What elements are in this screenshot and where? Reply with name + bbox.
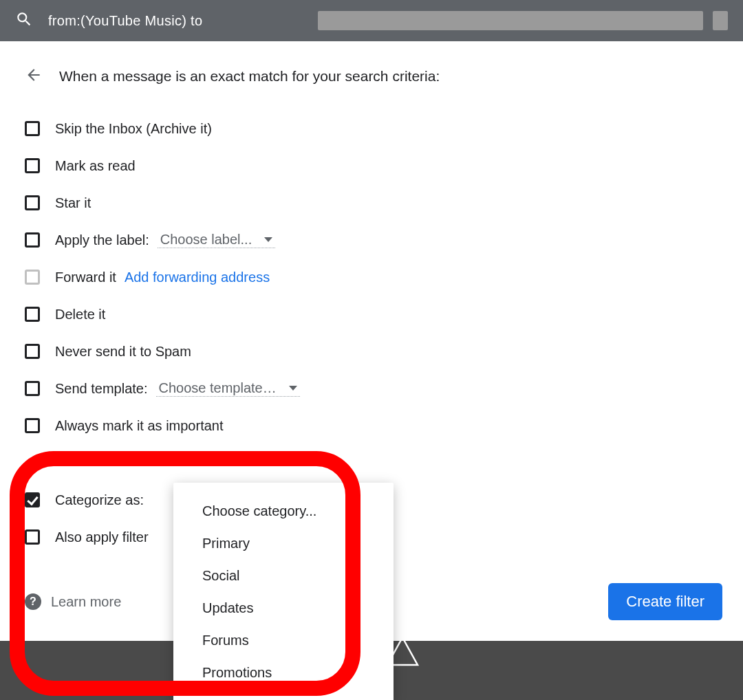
category-option-forums[interactable]: Forums: [173, 624, 394, 657]
option-label: Forward it: [55, 270, 116, 285]
option-send-template[interactable]: Send template: Choose template…: [25, 370, 722, 407]
option-always-important[interactable]: Always mark it as important: [25, 407, 722, 444]
option-label: Delete it: [55, 307, 105, 322]
chevron-down-icon: [264, 237, 272, 242]
option-forward[interactable]: Forward it Add forwarding address: [25, 259, 722, 296]
dropdown-value: Choose template…: [159, 380, 277, 396]
option-never-spam[interactable]: Never send it to Spam: [25, 333, 722, 370]
checkbox[interactable]: [25, 232, 40, 248]
option-label: Mark as read: [55, 158, 136, 174]
option-label: Categorize as:: [55, 492, 144, 508]
search-icon[interactable]: [15, 10, 33, 31]
category-option-promotions[interactable]: Promotions: [173, 657, 394, 689]
checkbox[interactable]: [25, 307, 40, 322]
option-label: Send template:: [55, 381, 148, 397]
add-forwarding-address-link[interactable]: Add forwarding address: [125, 270, 270, 285]
panel-heading: When a message is an exact match for you…: [59, 68, 440, 85]
redacted-block: [318, 11, 703, 30]
option-mark-read[interactable]: Mark as read: [25, 147, 722, 184]
template-dropdown[interactable]: Choose template…: [156, 380, 300, 397]
option-label: Never send it to Spam: [55, 344, 191, 360]
category-option-choose[interactable]: Choose category...: [173, 495, 394, 527]
label-dropdown[interactable]: Choose label...: [158, 232, 275, 248]
option-delete[interactable]: Delete it: [25, 296, 722, 333]
option-label: Also apply filter: [55, 529, 149, 545]
category-dropdown-menu: Choose category... Primary Social Update…: [173, 483, 394, 700]
learn-more-label: Learn more: [51, 594, 121, 610]
option-apply-label[interactable]: Apply the label: Choose label...: [25, 221, 722, 259]
redacted-area: [217, 11, 728, 30]
category-option-primary[interactable]: Primary: [173, 527, 394, 560]
dropdown-value: Choose label...: [160, 232, 252, 248]
option-skip-inbox[interactable]: Skip the Inbox (Archive it): [25, 110, 722, 147]
option-star[interactable]: Star it: [25, 184, 722, 221]
create-filter-button[interactable]: Create filter: [608, 583, 722, 620]
learn-more-link[interactable]: ? Learn more: [25, 593, 121, 610]
checkbox[interactable]: [25, 381, 40, 396]
search-query-text[interactable]: from:(YouTube Music) to: [48, 13, 202, 29]
search-bar: from:(YouTube Music) to: [0, 0, 743, 41]
checkbox[interactable]: [25, 492, 40, 507]
option-hidden-row[interactable]: [25, 444, 722, 481]
category-option-social[interactable]: Social: [173, 560, 394, 592]
checkbox[interactable]: [25, 418, 40, 433]
checkbox[interactable]: [25, 121, 40, 136]
category-option-updates[interactable]: Updates: [173, 592, 394, 624]
checkbox[interactable]: [25, 344, 40, 359]
redacted-block: [713, 11, 728, 30]
option-label: Star it: [55, 195, 91, 211]
help-icon: ?: [25, 593, 41, 610]
back-arrow-icon[interactable]: [25, 66, 43, 87]
option-label: Skip the Inbox (Archive it): [55, 121, 212, 137]
option-label: Apply the label:: [55, 232, 149, 248]
checkbox[interactable]: [25, 270, 40, 285]
option-label: Always mark it as important: [55, 418, 224, 434]
checkbox[interactable]: [25, 195, 40, 210]
checkbox[interactable]: [25, 158, 40, 173]
checkbox[interactable]: [25, 529, 40, 545]
chevron-down-icon: [289, 386, 297, 391]
